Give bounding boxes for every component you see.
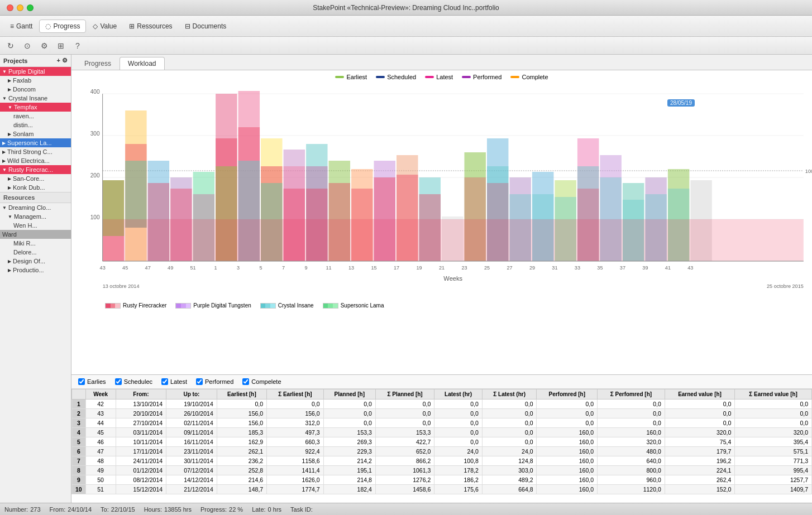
col-sigma-earliest: Σ Earliest [h]: [267, 389, 324, 400]
cell-col-7: 153,3: [375, 428, 434, 437]
sidebar-item-label: Tempfax: [14, 104, 37, 110]
cell-col-10: 160,0: [537, 485, 598, 494]
tab-gantt[interactable]: ≡ Gantt: [4, 20, 38, 32]
checkbox-performed[interactable]: Performed: [196, 378, 233, 385]
cell-col-12: 152,0: [665, 485, 735, 494]
checkbox-scheduled-input[interactable]: [115, 378, 122, 385]
sidebar-item-dreaming-clo[interactable]: ▼ Dreaming Clo...: [0, 203, 71, 212]
svg-text:9: 9: [305, 265, 308, 271]
subtab-progress[interactable]: Progress: [76, 57, 120, 70]
sidebar-item-doncom[interactable]: ▶ Doncom: [0, 85, 71, 94]
add-project-icon[interactable]: +: [57, 57, 60, 64]
swatch-box-supersonic: [323, 303, 338, 309]
arrow-icon: ▶: [2, 150, 6, 155]
sidebar-item-productio[interactable]: ▶ Productio...: [0, 266, 71, 275]
cell-col-11: 960,0: [598, 475, 665, 485]
tab-progress[interactable]: ◌ Progress: [39, 20, 86, 33]
checkbox-earliest-input[interactable]: [78, 378, 85, 385]
cell-col-6: 0,0: [323, 409, 375, 418]
maximize-button[interactable]: [27, 4, 34, 11]
svg-text:33: 33: [575, 265, 580, 271]
cell-col-8: 24,0: [434, 447, 483, 456]
cell-col-13: 771,3: [735, 456, 812, 466]
sidebar-item-tempfax[interactable]: ▼ Tempfax: [0, 103, 71, 112]
legend-complete: Complete: [510, 74, 548, 80]
arrow-icon: ▶: [8, 132, 11, 137]
table-row[interactable]: 84901/12/201407/12/2014252,81411,4195,11…: [72, 466, 812, 475]
sidebar-item-faxlab[interactable]: ▶ Faxlab: [0, 76, 71, 85]
cell-col-4: 236,2: [217, 456, 266, 466]
table-row[interactable]: 14213/10/201419/10/20140,00,00,00,00,00,…: [72, 400, 812, 409]
table-row[interactable]: 54610/11/201416/11/2014162,9660,3269,342…: [72, 437, 812, 447]
svg-text:27: 27: [507, 265, 512, 271]
sidebar-item-sonlam[interactable]: ▶ Sonlam: [0, 129, 71, 138]
sidebar-item-design-of[interactable]: ▶ Design Of...: [0, 257, 71, 266]
sidebar-item-managem[interactable]: ▼ Managem...: [0, 212, 71, 221]
checkbox-complete[interactable]: Compelete: [242, 378, 281, 385]
help-button[interactable]: ?: [71, 40, 84, 52]
checkbox-latest-input[interactable]: [161, 378, 168, 385]
sidebar-item-san-core[interactable]: ▶ San-Core...: [0, 174, 71, 183]
sidebar-item-konk-dub[interactable]: ▶ Konk Dub...: [0, 183, 71, 192]
tab-ressources-label: Ressources: [137, 22, 172, 30]
camera-button[interactable]: ⊙: [21, 40, 34, 52]
cell-col-13: 395,4: [735, 437, 812, 447]
svg-text:43: 43: [100, 265, 106, 271]
grid-button[interactable]: ⊞: [55, 40, 67, 52]
cell-col-13: 0,0: [735, 400, 812, 409]
cell-col-1: 46: [85, 437, 116, 447]
cell-col-6: 214,2: [323, 456, 375, 466]
status-progress-value: 22 %: [229, 506, 243, 513]
cell-col-1: 49: [85, 466, 116, 475]
table-row[interactable]: 24320/10/201426/10/2014156,0156,00,00,00…: [72, 409, 812, 418]
tab-documents[interactable]: ⊟ Documents: [179, 20, 232, 32]
checkbox-earliest[interactable]: Earlies: [78, 378, 106, 385]
sidebar-item-miki-r[interactable]: Miki R...: [0, 239, 71, 248]
sidebar-item-purple-digital[interactable]: ▼ Purple Digital: [0, 67, 71, 76]
swatch-stripe-8: [265, 304, 270, 308]
sidebar-item-supersonic[interactable]: ▶ Supersonic La...: [0, 138, 71, 147]
refresh-button[interactable]: ↻: [4, 40, 17, 52]
sidebar-item-delore[interactable]: Delore...: [0, 248, 71, 257]
table-row[interactable]: 34427/10/201402/11/2014156,0312,00,00,00…: [72, 418, 812, 428]
settings-project-icon[interactable]: ⚙: [62, 57, 68, 64]
svg-text:200: 200: [90, 172, 100, 179]
minimize-button[interactable]: [17, 4, 23, 11]
table-row[interactable]: 105115/12/201421/12/2014148,71774,7182,4…: [72, 485, 812, 494]
sidebar-item-wild[interactable]: ▶ Wild Electrica...: [0, 156, 71, 165]
checkbox-scheduled[interactable]: Schedulec: [115, 378, 152, 385]
arrow-icon: ▼: [2, 167, 7, 172]
tab-ressources[interactable]: ⊞ Ressources: [123, 20, 178, 32]
checkbox-complete-input[interactable]: [242, 378, 249, 385]
table-row[interactable]: 74824/11/201430/11/2014236,21158,6214,28…: [72, 456, 812, 466]
sidebar-item-label: San-Core...: [13, 175, 44, 182]
checkbox-performed-input[interactable]: [196, 378, 203, 385]
cell-col-3: 16/11/2014: [166, 437, 217, 447]
cell-col-6: 214,8: [323, 475, 375, 485]
table-row[interactable]: 64717/11/201423/11/2014262,1922,4229,365…: [72, 447, 812, 456]
cell-col-13: 575,1: [735, 447, 812, 456]
cell-col-12: 196,2: [665, 456, 735, 466]
sidebar-item-label: Supersonic La...: [7, 139, 52, 146]
sidebar-item-third-strong[interactable]: ▶ Third Strong C...: [0, 147, 71, 156]
tab-value[interactable]: ◇ Value: [87, 20, 122, 32]
sidebar: Projects + ⚙ ▼ Purple Digital ▶ Faxlab ▶…: [0, 55, 71, 503]
sidebar-item-crystal[interactable]: ▼ Crystal Insane: [0, 94, 71, 103]
sidebar-item-ward[interactable]: Ward: [0, 230, 71, 239]
table-row[interactable]: 95008/12/201414/12/2014214,61626,0214,81…: [72, 475, 812, 485]
sidebar-item-wen-h[interactable]: Wen H...: [0, 221, 71, 230]
row-number: 3: [72, 418, 86, 428]
cell-col-1: 48: [85, 456, 116, 466]
close-button[interactable]: [7, 4, 13, 11]
sidebar-item-raven[interactable]: raven...: [0, 112, 71, 121]
checkbox-latest[interactable]: Latest: [161, 378, 187, 385]
data-table-container[interactable]: Week From: Up to: Earliest [h] Σ Earlies…: [71, 389, 812, 503]
table-row[interactable]: 44503/11/201409/11/2014185,3497,3153,315…: [72, 428, 812, 437]
settings-button[interactable]: ⚙: [38, 40, 50, 52]
row-number: 7: [72, 456, 86, 466]
subtab-workload[interactable]: Workload: [120, 57, 164, 70]
sidebar-item-rusty[interactable]: ▼ Rusty Firecrac...: [0, 165, 71, 174]
row-number: 10: [72, 485, 86, 494]
sidebar-item-distin[interactable]: distin...: [0, 121, 71, 129]
cell-col-1: 51: [85, 485, 116, 494]
